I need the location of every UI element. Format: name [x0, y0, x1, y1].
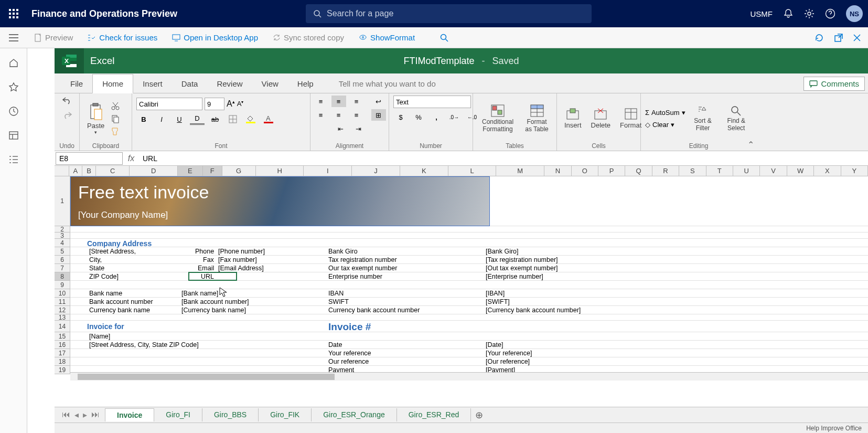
format-painter-icon[interactable]: [111, 126, 120, 136]
modules-icon[interactable]: [8, 154, 19, 165]
comments-button[interactable]: Comments: [803, 77, 865, 91]
italic-icon[interactable]: I: [154, 113, 169, 125]
spreadsheet-grid[interactable]: ABCDEFGHIJKLMNOPQRSTUVWXY 12345678910111…: [55, 166, 868, 407]
name-box[interactable]: [56, 152, 123, 165]
sheet-nav-next-icon[interactable]: ▸: [83, 410, 87, 420]
formula-input[interactable]: URL: [140, 154, 868, 163]
row-header[interactable]: 17: [55, 349, 70, 357]
row-header[interactable]: 16: [55, 341, 70, 349]
merge-icon[interactable]: ⊞: [371, 109, 386, 121]
col-header[interactable]: M: [496, 166, 544, 176]
tab-data[interactable]: Data: [172, 75, 208, 93]
col-header[interactable]: L: [448, 166, 497, 176]
row-header[interactable]: 8: [55, 272, 70, 281]
row-header[interactable]: 6: [55, 256, 70, 264]
col-header[interactable]: J: [352, 166, 400, 176]
gear-icon[interactable]: [804, 8, 815, 19]
percent-icon[interactable]: %: [411, 111, 426, 123]
cut-icon[interactable]: [111, 101, 120, 111]
check-issues-button[interactable]: Check for issues: [88, 33, 157, 42]
col-header[interactable]: F: [203, 166, 222, 176]
sheet-tab[interactable]: Giro_FIK: [259, 408, 312, 421]
col-header[interactable]: T: [706, 166, 733, 176]
hamburger-icon[interactable]: [0, 34, 27, 41]
row-header[interactable]: 15: [55, 332, 70, 341]
clear-button[interactable]: ◇ Clear ▾: [645, 121, 685, 129]
open-desktop-button[interactable]: Open in Desktop App: [172, 33, 258, 42]
tab-home[interactable]: Home: [92, 74, 133, 93]
star-icon[interactable]: [8, 82, 19, 92]
sort-filter-button[interactable]: Sort & Filter: [689, 104, 717, 132]
row-header[interactable]: 9: [55, 281, 70, 289]
row-header[interactable]: 3: [55, 233, 70, 239]
col-header[interactable]: N: [544, 166, 571, 176]
refresh-icon[interactable]: [815, 33, 824, 43]
align-center-icon[interactable]: ≡: [331, 109, 346, 121]
col-header[interactable]: Y: [841, 166, 868, 176]
col-header[interactable]: C: [96, 166, 130, 176]
tab-file[interactable]: File: [61, 75, 92, 93]
row-header[interactable]: 18: [55, 357, 70, 366]
row-header[interactable]: 13: [55, 314, 70, 321]
shrink-font-icon[interactable]: A▾: [237, 100, 244, 108]
tab-view[interactable]: View: [252, 75, 288, 93]
col-header[interactable]: A: [69, 166, 83, 176]
col-header[interactable]: E: [178, 166, 203, 176]
col-header[interactable]: S: [679, 166, 706, 176]
popout-icon[interactable]: [834, 34, 843, 42]
delete-cells-button[interactable]: Delete: [588, 107, 614, 130]
row-header[interactable]: 10: [55, 289, 70, 298]
format-as-table-button[interactable]: Format as Table: [521, 103, 552, 133]
sheet-nav-first-icon[interactable]: ⏮: [62, 410, 70, 420]
copy-icon[interactable]: [111, 114, 120, 123]
border-icon[interactable]: [226, 113, 240, 125]
row-header[interactable]: 5: [55, 247, 70, 256]
font-select[interactable]: [136, 98, 202, 110]
row-header[interactable]: 4: [55, 239, 70, 247]
col-header[interactable]: D: [130, 166, 178, 176]
row-header[interactable]: 1: [55, 176, 70, 226]
find-select-button[interactable]: Find & Select: [721, 104, 752, 132]
col-header[interactable]: X: [814, 166, 841, 176]
undo-icon[interactable]: [61, 96, 73, 105]
fill-color-icon[interactable]: [243, 113, 258, 125]
align-bot-icon[interactable]: ≡: [349, 96, 364, 107]
col-header[interactable]: G: [222, 166, 256, 176]
tab-help[interactable]: Help: [288, 75, 323, 93]
sheet-tab[interactable]: Giro_ESR_Orange: [312, 408, 397, 421]
search-icon[interactable]: [440, 34, 448, 42]
number-format-select[interactable]: [393, 96, 471, 108]
sheet-nav-prev-icon[interactable]: ◂: [74, 410, 79, 420]
inc-decimal-icon[interactable]: .0→: [447, 111, 462, 123]
comma-icon[interactable]: ,: [429, 111, 444, 123]
paste-button[interactable]: Paste▾: [84, 101, 108, 136]
col-header[interactable]: Q: [625, 166, 652, 176]
doc-name[interactable]: FTIModTemplate: [403, 56, 474, 67]
double-underline-icon[interactable]: D: [190, 113, 205, 125]
sheet-tab[interactable]: Giro_ESR_Red: [397, 408, 471, 421]
row-header[interactable]: 7: [55, 264, 70, 272]
conditional-formatting-button[interactable]: Conditional Formatting: [477, 103, 518, 133]
col-header[interactable]: K: [400, 166, 448, 176]
search-input[interactable]: Search for a page: [306, 4, 592, 23]
align-top-icon[interactable]: ≡: [314, 96, 328, 107]
fontsize-select[interactable]: [205, 98, 224, 110]
row-header[interactable]: 11: [55, 298, 70, 306]
align-right-icon[interactable]: ≡: [349, 109, 364, 121]
help-icon[interactable]: [825, 8, 835, 19]
insert-cells-button[interactable]: Insert: [561, 107, 585, 130]
sheet-tab[interactable]: Giro_BBS: [202, 408, 259, 421]
currency-icon[interactable]: $: [393, 111, 408, 123]
row-header[interactable]: 14: [55, 321, 70, 332]
avatar[interactable]: NS: [846, 5, 863, 22]
strike-icon[interactable]: ab: [208, 113, 222, 125]
wrap-text-icon[interactable]: ↩: [371, 96, 386, 107]
redo-icon[interactable]: [61, 110, 73, 120]
col-header[interactable]: I: [304, 166, 352, 176]
sheet-tab[interactable]: Giro_FI: [154, 408, 202, 421]
sync-button[interactable]: Sync stored copy: [273, 33, 344, 42]
col-header[interactable]: H: [256, 166, 304, 176]
bold-icon[interactable]: B: [136, 113, 151, 125]
close-icon[interactable]: [853, 34, 861, 41]
tell-me[interactable]: Tell me what you want to do: [339, 75, 436, 93]
